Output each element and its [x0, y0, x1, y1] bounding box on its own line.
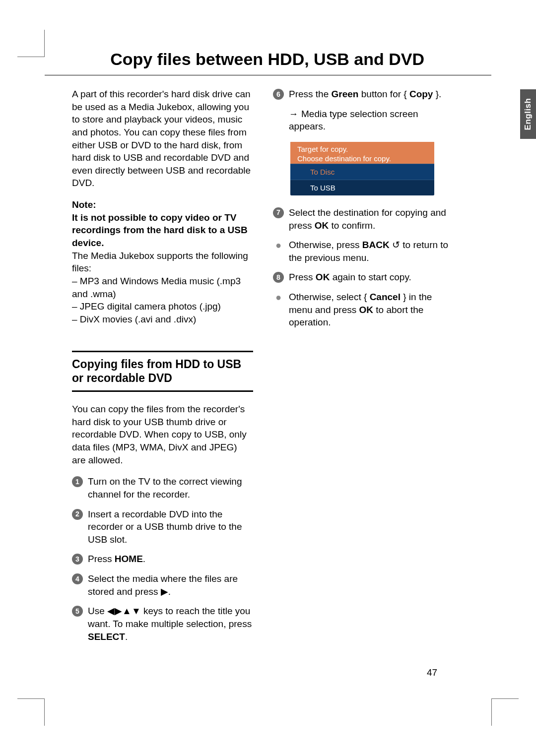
bullet-icon: ●: [273, 240, 284, 251]
back-icon: ↺: [390, 240, 400, 250]
bullet-back: ● Otherwise, press BACK ↺ to return to t…: [273, 239, 452, 264]
step-number-icon: 8: [273, 272, 284, 283]
step-number-icon: 6: [273, 89, 284, 100]
note-block: Note: It is not possible to copy video o…: [72, 198, 253, 325]
right-arrow-icon: ▶: [161, 586, 168, 597]
step-text: Insert a recordable DVD into the recorde…: [88, 508, 253, 546]
dialog-subtitle: Choose destination for copy.: [290, 154, 434, 164]
intro-text: A part of this recorder's hard disk driv…: [72, 88, 253, 189]
section-heading: Copying files from HDD to USB or recorda…: [72, 352, 253, 392]
page-content: Copy files between HDD, USB and DVD A pa…: [45, 50, 491, 650]
step-number-icon: 3: [72, 554, 83, 565]
bullet-text: Otherwise, select { Cancel } in the menu…: [289, 291, 452, 329]
step-text: Use ◀▶▲▼ keys to reach the title you wan…: [88, 605, 253, 643]
target-dialog: Target for copy. Choose destination for …: [290, 142, 434, 195]
step-text: Press the Green button for { Copy }.: [289, 88, 452, 101]
crop-mark-bl: [17, 698, 45, 726]
language-tab: English: [520, 89, 536, 139]
step-number-icon: 2: [72, 509, 83, 520]
note-plain: The Media Jukebox supports the following…: [72, 250, 253, 275]
step-4: 4 Select the media where the files are s…: [72, 572, 253, 598]
crop-mark-br: [491, 698, 519, 726]
step-text: Press HOME.: [88, 553, 253, 566]
bullet-icon: ●: [273, 292, 284, 303]
note-item: – DivX movies (.avi and .divx): [72, 313, 253, 326]
step-text: Press OK again to start copy.: [289, 271, 452, 284]
step-number-icon: 5: [72, 606, 83, 617]
bullet-cancel: ● Otherwise, select { Cancel } in the me…: [273, 291, 452, 329]
dialog-option-to-usb[interactable]: To USB: [290, 180, 434, 195]
note-item: – JPEG digital camera photos (.jpg): [72, 300, 253, 313]
step-7: 7 Select the destination for copying and…: [273, 206, 452, 232]
step-6-result: Media type selection screen appears.: [273, 108, 452, 133]
step-number-icon: 1: [72, 476, 83, 487]
right-column: 6 Press the Green button for { Copy }. M…: [273, 88, 452, 650]
step-3: 3 Press HOME.: [72, 553, 253, 566]
step-text: Turn on the TV to the correct viewing ch…: [88, 475, 253, 501]
step-2: 2 Insert a recordable DVD into the recor…: [72, 508, 253, 546]
step-5: 5 Use ◀▶▲▼ keys to reach the title you w…: [72, 605, 253, 643]
step-text: Select the destination for copying and p…: [289, 206, 452, 232]
language-label: English: [523, 98, 533, 130]
step-8: 8 Press OK again to start copy.: [273, 271, 452, 284]
dialog-option-to-disc[interactable]: To Disc: [290, 164, 434, 180]
section-intro: You can copy the files from the recorder…: [72, 403, 253, 466]
step-6: 6 Press the Green button for { Copy }.: [273, 88, 452, 101]
note-item: – MP3 and Windows Media music (.mp3 and …: [72, 275, 253, 300]
step-number-icon: 7: [273, 207, 284, 218]
bullet-text: Otherwise, press BACK ↺ to return to the…: [289, 239, 452, 264]
note-label: Note:: [72, 198, 253, 211]
dpad-arrows-icon: ◀▶▲▼: [107, 606, 141, 616]
dialog-title: Target for copy.: [290, 142, 434, 154]
page-title: Copy files between HDD, USB and DVD: [45, 50, 491, 75]
step-text: Select the media where the files are sto…: [88, 572, 253, 598]
step-1: 1 Turn on the TV to the correct viewing …: [72, 475, 253, 501]
left-column: A part of this recorder's hard disk driv…: [72, 88, 253, 650]
step-number-icon: 4: [72, 573, 83, 584]
note-bold: It is not possible to copy video or TV r…: [72, 211, 253, 250]
page-number: 47: [427, 667, 437, 678]
columns: A part of this recorder's hard disk driv…: [45, 88, 491, 650]
crop-mark-tl: [17, 30, 45, 57]
